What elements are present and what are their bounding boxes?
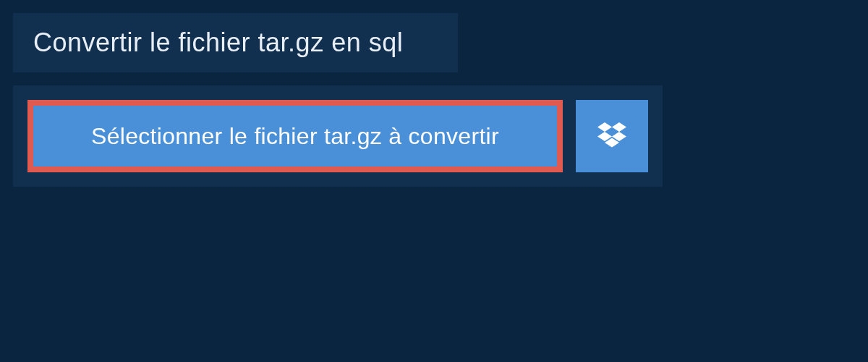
select-file-label: Sélectionner le fichier tar.gz à convert… <box>91 123 499 150</box>
title-bar: Convertir le fichier tar.gz en sql <box>13 13 458 72</box>
dropbox-icon <box>597 122 626 150</box>
action-panel: Sélectionner le fichier tar.gz à convert… <box>13 85 663 187</box>
select-file-button[interactable]: Sélectionner le fichier tar.gz à convert… <box>27 100 563 172</box>
page-container: Convertir le fichier tar.gz en sql Sélec… <box>0 0 868 362</box>
page-title: Convertir le fichier tar.gz en sql <box>33 28 438 58</box>
dropbox-button[interactable] <box>576 100 648 172</box>
